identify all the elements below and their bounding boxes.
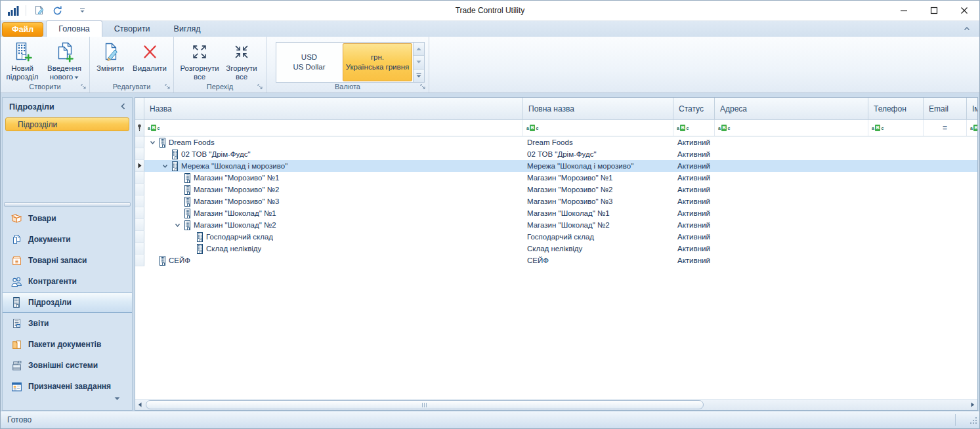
resize-grip-icon[interactable] xyxy=(969,417,977,426)
filter-cell-firstname[interactable]: aBc xyxy=(967,120,977,136)
file-tab[interactable]: Файл xyxy=(2,22,43,37)
sidebar-splitter[interactable] xyxy=(4,202,131,207)
table-row[interactable]: Магазин "Шоколад" №1Магазин "Шоколад" №1… xyxy=(135,207,977,219)
filter-cell-address[interactable]: aBc xyxy=(715,120,868,136)
collapse-node-icon[interactable] xyxy=(148,140,158,146)
gallery-dropdown-icon[interactable] xyxy=(414,70,424,82)
sidebar-item-contractors[interactable]: Контрагенти xyxy=(3,271,132,292)
filter-pin-icon[interactable] xyxy=(135,120,144,136)
column-header-status[interactable]: Статус xyxy=(673,98,715,119)
sidebar-overflow-icon[interactable] xyxy=(114,392,120,403)
collapse-panel-icon[interactable] xyxy=(121,102,125,112)
ribbon-tab[interactable]: Вигляд xyxy=(162,20,213,37)
address-cell xyxy=(715,255,868,266)
filter-cell-name[interactable]: aBc xyxy=(144,120,523,136)
collapse-all-button[interactable]: Згорнути все xyxy=(221,38,262,81)
sidebar-item-reports[interactable]: Звіти xyxy=(3,313,132,334)
currency-uah-item[interactable]: грн. Українська гривня xyxy=(343,43,412,81)
horizontal-scrollbar[interactable] xyxy=(135,399,977,410)
currency-usd-item[interactable]: USD US Dollar xyxy=(276,43,342,82)
edit-document-icon[interactable] xyxy=(32,3,46,18)
ribbon-tab[interactable]: Створити xyxy=(102,20,162,37)
firstname-cell xyxy=(967,219,977,231)
division-building-icon xyxy=(195,244,206,254)
button-label: Видалити xyxy=(133,64,167,72)
status-cell: Активний xyxy=(673,243,715,255)
table-row[interactable]: Магазин "Шоколад" №2Магазин "Шоколад" №2… xyxy=(135,219,977,231)
sidebar-item-goods[interactable]: Товари xyxy=(3,208,132,229)
filter-cell-phone[interactable]: aBc xyxy=(868,120,924,136)
full-name-cell: Магазин "Морозиво" №3 xyxy=(523,195,673,207)
name-cell: Dream Foods xyxy=(144,136,523,148)
currency-code: USD xyxy=(301,52,317,62)
table-row[interactable]: Магазин "Морозиво" №1Магазин "Морозиво" … xyxy=(135,172,977,184)
change-button[interactable]: Змінити xyxy=(91,38,129,73)
phone-cell xyxy=(868,207,924,219)
dialog-launcher-icon[interactable] xyxy=(80,83,87,91)
maximize-button[interactable] xyxy=(919,1,949,20)
row-indicator xyxy=(135,172,144,184)
delete-button[interactable]: Видалити xyxy=(129,38,170,73)
table-row[interactable]: Магазин "Морозиво" №3Магазин "Морозиво" … xyxy=(135,195,977,207)
sidebar-item-document-packages[interactable]: Пакети документів xyxy=(3,334,132,355)
division-building-icon xyxy=(182,173,194,183)
dialog-launcher-icon[interactable] xyxy=(164,83,171,91)
new-entry-button[interactable]: Введення нового xyxy=(43,38,86,81)
collapse-ribbon-icon[interactable] xyxy=(961,23,973,33)
table-row[interactable]: Господарчий складГосподарчий складАктивн… xyxy=(135,231,977,243)
division-building-icon xyxy=(195,232,206,242)
email-cell xyxy=(924,219,967,231)
sidebar-item-scheduled-tasks[interactable]: Призначені завдання xyxy=(3,376,132,397)
scroll-left-icon[interactable] xyxy=(135,399,144,410)
new-division-button[interactable]: Новий підрозділ xyxy=(2,38,43,81)
table-row[interactable]: СЕЙФСЕЙФАктивний xyxy=(135,255,977,266)
email-cell xyxy=(924,243,967,255)
gallery-scroll-up-icon[interactable] xyxy=(414,43,424,56)
sidebar-item-documents[interactable]: Документи xyxy=(3,229,132,250)
app-logo-icon[interactable] xyxy=(6,3,20,18)
collapse-node-icon[interactable] xyxy=(160,163,170,169)
sidebar-item-external-systems[interactable]: Зовнішні системи xyxy=(3,355,132,376)
filter-cell-full-name[interactable]: aBc xyxy=(523,120,673,136)
qat-dropdown-icon[interactable] xyxy=(75,3,89,18)
button-label: Змінити xyxy=(96,64,124,72)
table-row[interactable]: Dream FoodsDream FoodsАктивний xyxy=(135,136,977,148)
filter-cell-status[interactable]: aBc xyxy=(673,120,715,136)
column-header-phone[interactable]: Телефон xyxy=(868,98,924,119)
minimize-button[interactable] xyxy=(889,1,919,20)
dialog-launcher-icon[interactable] xyxy=(419,83,427,91)
column-header-address[interactable]: Адреса xyxy=(715,98,868,119)
dialog-launcher-icon[interactable] xyxy=(257,83,264,91)
sidebar: Підрозділи Підрозділи Товари Документи Т… xyxy=(2,97,133,411)
table-row[interactable]: Магазин "Морозиво" №2Магазин "Морозиво" … xyxy=(135,184,977,195)
scroll-right-icon[interactable] xyxy=(968,399,977,410)
column-header-firstname[interactable]: Ім'я xyxy=(967,98,977,119)
column-header-email[interactable]: Email xyxy=(924,98,967,119)
phone-cell xyxy=(868,136,924,148)
ribbon-tab[interactable]: Головна xyxy=(46,20,102,37)
abc-filter-icon: aBc xyxy=(148,125,160,131)
status-cell: Активний xyxy=(673,255,715,266)
sidebar-active-view[interactable]: Підрозділи xyxy=(5,117,129,131)
collapse-node-icon[interactable] xyxy=(173,222,182,228)
division-building-icon xyxy=(182,185,194,195)
expand-all-button[interactable]: Розгорнути все xyxy=(178,38,221,81)
column-header-name[interactable]: Назва xyxy=(144,98,523,119)
name-cell: Магазин "Шоколад" №2 xyxy=(144,219,523,231)
scrollbar-thumb[interactable] xyxy=(146,400,704,409)
close-button[interactable] xyxy=(949,1,979,20)
sidebar-item-stock[interactable]: Товарні запаси xyxy=(3,250,132,271)
table-row[interactable]: Мережа "Шоколад і морозиво"Мережа "Шокол… xyxy=(135,160,977,172)
status-cell: Активний xyxy=(673,195,715,207)
table-row[interactable]: 02 ТОВ "Дрім-Фудс"02 ТОВ "Дрім-Фудс"Акти… xyxy=(135,148,977,160)
refresh-icon[interactable] xyxy=(50,3,64,18)
row-indicator xyxy=(135,255,144,266)
column-header-full-name[interactable]: Повна назва xyxy=(523,98,673,119)
goods-box-icon xyxy=(11,213,22,224)
filter-cell-email[interactable]: = xyxy=(924,120,967,136)
gallery-scroll-down-icon[interactable] xyxy=(414,56,424,69)
table-row[interactable]: Склад неліквідуСклад неліквідуАктивний xyxy=(135,243,977,255)
divisions-building-icon xyxy=(11,296,22,308)
sidebar-item-divisions[interactable]: Підрозділи xyxy=(3,292,132,313)
expand-all-icon xyxy=(190,41,209,63)
